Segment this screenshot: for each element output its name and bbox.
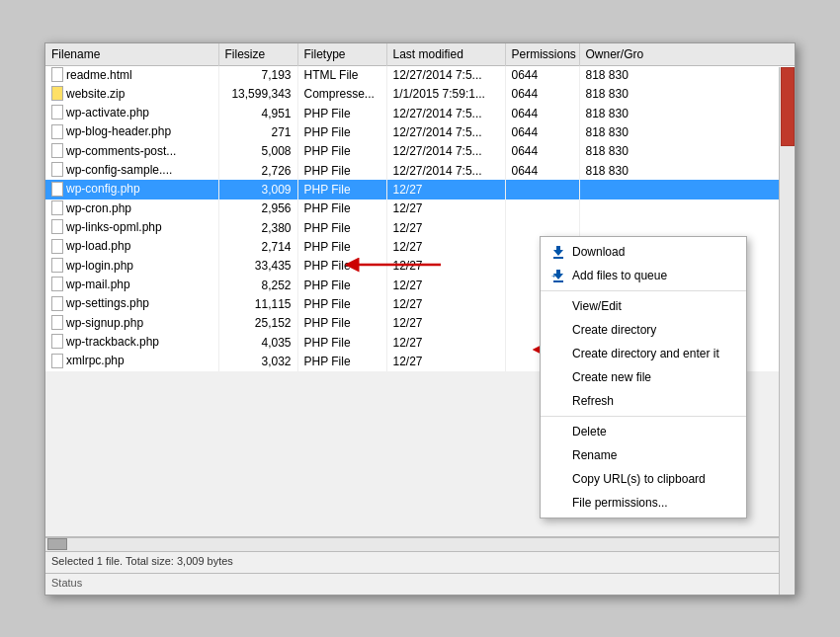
- cell-filetype: PHP File: [297, 142, 386, 161]
- cell-lastmod: 12/27/2014 7:5...: [386, 161, 505, 180]
- cell-filesize: 271: [218, 122, 297, 141]
- cell-owner: 818 830: [579, 65, 795, 85]
- cm-label-file-perms: File permissions...: [572, 496, 668, 510]
- cm-icon-add-to-queue: +: [550, 268, 566, 283]
- file-icon: [51, 182, 63, 197]
- context-menu-item-file-perms[interactable]: File permissions...: [541, 491, 746, 515]
- col-header-perms[interactable]: Permissions: [505, 43, 579, 66]
- col-header-owner[interactable]: Owner/Gro: [579, 43, 795, 66]
- table-row[interactable]: readme.html7,193HTML File12/27/2014 7:5.…: [45, 65, 795, 85]
- table-row[interactable]: wp-cron.php2,956PHP File12/27: [45, 199, 795, 218]
- cell-perms: 0644: [505, 104, 579, 122]
- cm-label-delete: Delete: [572, 425, 607, 438]
- cell-lastmod: 12/27: [386, 237, 505, 256]
- cell-owner: [579, 180, 795, 199]
- cell-filesize: 4,035: [218, 333, 297, 352]
- cell-filetype: PHP File: [297, 122, 386, 141]
- cell-lastmod: 1/1/2015 7:59:1...: [386, 85, 505, 104]
- file-manager-window: Filename Filesize Filetype Last modified…: [44, 42, 796, 596]
- cell-filesize: 4,951: [218, 104, 297, 122]
- cm-label-create-dir-enter: Create directory and enter it: [572, 347, 719, 360]
- table-row[interactable]: wp-comments-post...5,008PHP File12/27/20…: [45, 142, 795, 161]
- table-row[interactable]: wp-activate.php4,951PHP File12/27/2014 7…: [45, 104, 795, 122]
- cell-lastmod: 12/27/2014 7:5...: [386, 142, 505, 161]
- cell-filetype: Compresse...: [297, 85, 386, 104]
- cell-filesize: 2,956: [218, 199, 297, 218]
- cm-icon-rename: [550, 447, 566, 463]
- vertical-scrollbar[interactable]: [779, 67, 795, 595]
- col-header-filesize[interactable]: Filesize: [218, 43, 297, 66]
- cell-filesize: 33,435: [218, 257, 297, 276]
- cell-lastmod: 12/27: [386, 294, 505, 313]
- horizontal-scrollbar[interactable]: [45, 537, 795, 551]
- cm-label-refresh: Refresh: [572, 394, 614, 408]
- context-menu-item-rename[interactable]: Rename: [541, 443, 746, 467]
- context-menu-item-download[interactable]: Download: [541, 240, 746, 264]
- cm-icon-delete: [550, 424, 566, 439]
- cm-icon-create-dir: [550, 322, 566, 338]
- cm-label-create-dir: Create directory: [572, 323, 656, 337]
- context-menu-item-copy-url[interactable]: Copy URL(s) to clipboard: [541, 467, 746, 491]
- status-label: Status: [45, 573, 795, 595]
- file-icon: [51, 239, 63, 254]
- context-menu-item-create-dir[interactable]: Create directory: [541, 318, 746, 342]
- col-header-filetype[interactable]: Filetype: [297, 43, 386, 66]
- cell-filesize: 8,252: [218, 276, 297, 294]
- cell-perms: 0644: [505, 142, 579, 161]
- cm-label-copy-url: Copy URL(s) to clipboard: [572, 472, 706, 486]
- file-icon: [51, 124, 63, 139]
- cell-filetype: PHP File: [297, 180, 386, 199]
- file-icon: [51, 67, 63, 82]
- table-header: Filename Filesize Filetype Last modified…: [45, 43, 795, 66]
- context-menu-item-create-file[interactable]: Create new file: [541, 365, 746, 389]
- cell-filesize: 2,726: [218, 161, 297, 180]
- file-icon: [51, 143, 63, 158]
- cell-filename: wp-activate.php: [45, 104, 218, 122]
- context-menu-separator: [541, 290, 746, 291]
- file-icon: [51, 219, 63, 234]
- cell-owner: 818 830: [579, 142, 795, 161]
- table-row[interactable]: website.zip13,599,343Compresse...1/1/201…: [45, 85, 795, 104]
- cell-filetype: HTML File: [297, 65, 386, 85]
- file-icon: [51, 354, 63, 368]
- cell-filetype: PHP File: [297, 237, 386, 256]
- cell-filetype: PHP File: [297, 333, 386, 352]
- hscroll-thumb[interactable]: [47, 538, 67, 550]
- cell-filesize: 3,009: [218, 180, 297, 199]
- file-icon: [51, 277, 63, 291]
- scrollbar-thumb[interactable]: [781, 67, 795, 146]
- file-icon: [51, 200, 63, 215]
- cell-filetype: PHP File: [297, 276, 386, 294]
- table-row[interactable]: wp-config-sample....2,726PHP File12/27/2…: [45, 161, 795, 180]
- table-row[interactable]: wp-blog-header.php271PHP File12/27/2014 …: [45, 122, 795, 141]
- cell-filename: wp-settings.php: [45, 294, 218, 313]
- table-row[interactable]: wp-config.php3,009PHP File12/27: [45, 180, 795, 199]
- cell-filename: wp-links-opml.php: [45, 218, 218, 237]
- col-header-filename[interactable]: Filename: [45, 43, 218, 66]
- cell-filetype: PHP File: [297, 104, 386, 122]
- cell-filename: wp-cron.php: [45, 199, 218, 218]
- cell-lastmod: 12/27/2014 7:5...: [386, 104, 505, 122]
- svg-rect-3: [553, 280, 563, 282]
- cell-lastmod: 12/27: [386, 314, 505, 333]
- cm-label-create-file: Create new file: [572, 370, 651, 384]
- context-menu-item-add-to-queue[interactable]: +Add files to queue: [541, 264, 746, 287]
- cell-filename: wp-mail.php: [45, 276, 218, 294]
- svg-text:+: +: [551, 272, 556, 280]
- context-menu-item-create-dir-enter[interactable]: Create directory and enter it: [541, 342, 746, 365]
- cell-owner: 818 830: [579, 85, 795, 104]
- cell-filesize: 25,152: [218, 314, 297, 333]
- context-menu-item-delete[interactable]: Delete: [541, 420, 746, 443]
- cell-lastmod: 12/27: [386, 218, 505, 237]
- col-header-lastmod[interactable]: Last modified: [386, 43, 505, 66]
- cell-filetype: PHP File: [297, 161, 386, 180]
- file-icon: [51, 296, 63, 311]
- cell-lastmod: 12/27/2014 7:5...: [386, 65, 505, 85]
- context-menu-item-view-edit[interactable]: View/Edit: [541, 294, 746, 318]
- cell-perms: 0644: [505, 85, 579, 104]
- cell-lastmod: 12/27: [386, 257, 505, 276]
- context-menu-item-refresh[interactable]: Refresh: [541, 389, 746, 413]
- cell-perms: [505, 180, 579, 199]
- cm-icon-create-file: [550, 369, 566, 385]
- cell-filename: website.zip: [45, 85, 218, 104]
